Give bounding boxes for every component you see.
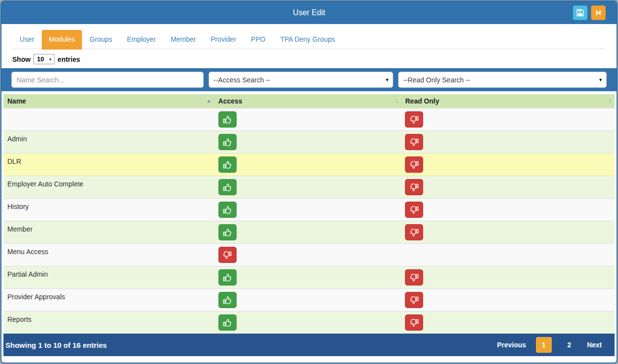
access-allow-button[interactable] (218, 224, 237, 240)
read-only-deny-button[interactable] (405, 134, 423, 150)
tab-ppo[interactable]: PPO (243, 30, 273, 49)
read-only-cell (401, 131, 615, 154)
column-label: Read Only (405, 97, 439, 105)
tab-tpa-deny-groups[interactable]: TPA Deny Groups (273, 30, 343, 49)
column-header-name[interactable]: Name▲ (3, 94, 215, 108)
pagination: Previous12Next (497, 337, 602, 353)
modules-table: Name▲Access▲▼Read Only▲▼ AdminDLREmploye… (3, 94, 615, 334)
access-allow-button[interactable] (218, 202, 237, 218)
read-only-deny-button[interactable] (405, 111, 423, 128)
entries-info: Showing 1 to 10 of 16 entries (5, 341, 107, 349)
access-cell (215, 266, 402, 289)
page-title: User Edit (293, 8, 325, 17)
entries-label: entries (57, 55, 80, 63)
tab-groups[interactable]: Groups (82, 30, 119, 49)
page-button-1[interactable]: 1 (536, 337, 552, 353)
access-allow-button[interactable] (218, 269, 237, 286)
readonly-search-select[interactable]: --Read Only Search -- (399, 72, 606, 87)
read-only-cell (401, 244, 615, 266)
tab-provider[interactable]: Provider (203, 30, 243, 49)
table-row-provider-approvals: Provider Approvals (3, 289, 615, 312)
search-bar: --Access Search -- ▼ --Read Only Search … (1, 68, 617, 91)
table-row-member: Member (3, 221, 615, 244)
page-button-2[interactable]: 2 (562, 337, 577, 353)
tab-modules[interactable]: Modules (42, 30, 82, 50)
read-only-cell (401, 289, 615, 312)
thumbs-down-icon (409, 137, 419, 147)
read-only-deny-button[interactable] (405, 202, 423, 218)
access-allow-button[interactable] (218, 179, 237, 195)
module-name-cell: Employer Auto Complete (3, 176, 215, 199)
table-row-dlr: DLR (3, 154, 615, 176)
sort-asc-icon: ▲ (207, 99, 212, 104)
thumbs-down-icon (409, 182, 419, 192)
access-cell (215, 131, 402, 154)
module-name-cell: DLR (3, 154, 215, 176)
table-row-blank (3, 108, 615, 131)
access-allow-button[interactable] (218, 156, 237, 173)
access-allow-button[interactable] (218, 111, 237, 128)
previous-page-button[interactable]: Previous (497, 341, 526, 349)
step-backward-icon (594, 9, 602, 17)
read-only-deny-button[interactable] (405, 269, 423, 286)
thumbs-up-icon (222, 205, 232, 215)
thumbs-down-icon (222, 250, 232, 260)
read-only-deny-button[interactable] (405, 224, 423, 240)
read-only-cell (401, 266, 615, 289)
access-allow-button[interactable] (218, 314, 237, 331)
back-button[interactable] (591, 5, 606, 20)
module-name-cell: Provider Approvals (3, 289, 215, 312)
table-row-partial-admin: Partial Admin (3, 266, 615, 289)
title-bar: User Edit (1, 1, 617, 24)
access-deny-button[interactable] (218, 247, 237, 263)
thumbs-up-icon (222, 137, 232, 147)
access-cell (215, 199, 402, 221)
access-cell (215, 176, 402, 199)
access-allow-button[interactable] (218, 292, 237, 308)
table-header-row: Name▲Access▲▼Read Only▲▼ (3, 94, 615, 108)
thumbs-down-icon (409, 115, 419, 125)
read-only-cell (401, 199, 615, 221)
thumbs-up-icon (222, 318, 232, 328)
read-only-deny-button[interactable] (405, 292, 423, 308)
thumbs-down-icon (409, 228, 419, 237)
table-row-menu-access: Menu Access (3, 244, 615, 266)
module-name-cell: Reports (3, 312, 215, 334)
thumbs-up-icon (222, 182, 232, 192)
save-button[interactable] (573, 5, 588, 20)
name-search-input[interactable] (11, 72, 204, 88)
thumbs-up-icon (222, 160, 232, 170)
table-row-history: History (3, 199, 615, 221)
read-only-deny-button[interactable] (405, 156, 423, 173)
access-search-select[interactable]: --Access Search -- (209, 72, 393, 87)
read-only-deny-button[interactable] (405, 314, 423, 331)
title-actions (573, 5, 606, 20)
thumbs-up-icon (222, 295, 232, 305)
page-size-select[interactable]: 10 (34, 54, 54, 64)
floppy-disk-icon (576, 8, 585, 17)
table-row-employer-auto-complete: Employer Auto Complete (3, 176, 615, 199)
thumbs-down-icon (409, 318, 419, 328)
read-only-cell (401, 221, 615, 244)
table-row-admin: Admin (3, 131, 615, 154)
access-cell (215, 312, 402, 334)
access-cell (215, 244, 402, 266)
module-name-cell: Menu Access (3, 244, 215, 266)
next-page-button[interactable]: Next (587, 341, 602, 349)
access-allow-button[interactable] (218, 134, 237, 150)
column-header-read-only[interactable]: Read Only▲▼ (401, 94, 615, 108)
table-footer: Showing 1 to 10 of 16 entries Previous12… (3, 334, 615, 356)
tab-employer[interactable]: Employer (119, 30, 163, 49)
thumbs-up-icon (222, 273, 232, 283)
tab-member[interactable]: Member (163, 30, 203, 49)
thumbs-down-icon (409, 273, 419, 283)
page-size-control: Show 10 ▼ entries (12, 54, 617, 64)
column-header-access[interactable]: Access▲▼ (215, 94, 402, 108)
thumbs-up-icon (222, 115, 232, 125)
sort-both-icon: ▲▼ (608, 98, 612, 104)
readonly-search-wrap: --Read Only Search -- ▼ (398, 72, 607, 88)
tab-user[interactable]: User (12, 30, 42, 49)
read-only-cell (401, 108, 615, 131)
column-label: Name (7, 97, 26, 105)
read-only-deny-button[interactable] (405, 179, 423, 195)
